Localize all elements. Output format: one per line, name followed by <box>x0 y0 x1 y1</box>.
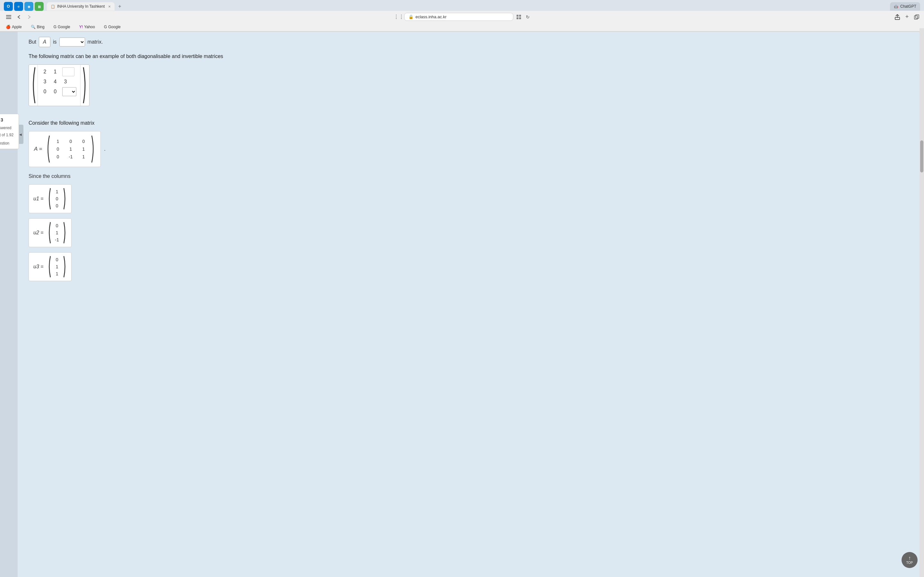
u2-grid: 0 1 -1 <box>54 223 60 242</box>
u3-row: u3 = 0 1 1 <box>29 252 359 281</box>
u3-paren-left <box>47 255 51 278</box>
google2-icon: G <box>104 25 107 29</box>
matrix-row-2: 3 4 3 <box>42 79 76 85</box>
svg-rect-9 <box>916 15 919 18</box>
svg-rect-6 <box>519 17 521 19</box>
u3-grid: 0 1 1 <box>54 257 60 276</box>
svg-rect-3 <box>517 15 519 17</box>
u1-label: u1 = <box>33 196 44 201</box>
forward-button[interactable] <box>26 13 33 21</box>
u2-row: u2 = 0 1 -1 <box>29 218 359 247</box>
google1-icon: G <box>53 25 57 29</box>
toolbar: ⋮⋮ 🔒 eclass.inha.ac.kr ↻ + <box>0 11 924 23</box>
cell-2-1: 3 <box>42 79 48 85</box>
matrix-label: matrix. <box>87 39 103 45</box>
question3-sidebar-card: Question 3 Not yet answered Marked out o… <box>0 114 19 149</box>
address-bar[interactable]: 🔒 eclass.inha.ac.kr <box>404 13 513 21</box>
google1-label: Google <box>58 25 70 29</box>
tab-title: INHA University In Tashkent <box>57 4 105 9</box>
u1-paren-left <box>47 187 51 210</box>
cell-2-3: 3 <box>62 79 69 85</box>
cell-1-2: 1 <box>52 69 58 75</box>
bing-icon: 🔍 <box>31 25 36 29</box>
bookmark-google1[interactable]: G Google <box>52 24 72 30</box>
u3-label: u3 = <box>33 264 44 269</box>
but-a-is-row: But A is diagonal invertible matrix. <box>29 37 359 47</box>
share-button[interactable] <box>894 13 901 21</box>
scrollbar-track[interactable] <box>919 28 924 577</box>
matrix-a-symbol: A <box>39 37 50 47</box>
matrix-a-box: A = 1 0 0 0 1 1 0 -1 1 <box>29 131 101 167</box>
pinned-tab-app[interactable]: ◉ <box>24 2 33 11</box>
matrix-left-bracket <box>29 65 38 106</box>
browser-chrome: O e ◉ ▦ 📋 INHA University In Tashkent ✕ … <box>0 0 924 32</box>
apple-label: Apple <box>12 25 22 29</box>
period-after-A: . <box>104 146 105 152</box>
svg-rect-5 <box>517 17 519 19</box>
top-button[interactable]: ↑ TOP <box>901 552 918 568</box>
tab-bar: O e ◉ ▦ 📋 INHA University In Tashkent ✕ … <box>0 0 924 11</box>
address-bar-area: ⋮⋮ 🔒 eclass.inha.ac.kr ↻ <box>35 13 891 21</box>
question-status: Not yet answered <box>0 125 15 131</box>
new-tab-button[interactable]: + <box>116 2 124 11</box>
bing-label: Bing <box>37 25 45 29</box>
question-marks: Marked out of 1.92 <box>0 132 15 138</box>
matrix-right-bracket <box>80 65 89 106</box>
lock-icon: 🔒 <box>409 15 414 19</box>
matrix-type-dropdown[interactable]: diagonal invertible <box>59 37 85 47</box>
pinned-tab-outlook[interactable]: O <box>4 2 13 11</box>
top-label: TOP <box>906 561 913 564</box>
back-button[interactable] <box>15 13 23 21</box>
bookmark-bing[interactable]: 🔍 Bing <box>29 24 47 30</box>
top-arrow-icon: ↑ <box>908 556 911 561</box>
app-grid-icon[interactable]: ⋮⋮ <box>395 13 402 21</box>
u2-paren-left <box>47 221 51 244</box>
bookmark-yahoo[interactable]: Y! Yahoo <box>78 24 97 30</box>
cell-3-2: 0 <box>52 89 58 95</box>
question2-section: But A is diagonal invertible matrix. The… <box>29 32 359 113</box>
matrix-input-container: 2 1 3 4 3 0 0 <box>29 64 89 106</box>
a-equals: A = <box>34 146 42 152</box>
collapse-icon: ◀ <box>19 133 22 136</box>
extensions-icon[interactable] <box>515 13 522 21</box>
u1-grid: 1 0 0 <box>54 189 60 208</box>
flag-question-btn[interactable]: ⚑ Flag question <box>0 141 15 145</box>
paren-right-A <box>91 135 95 163</box>
question3-section: Question 3 Not yet answered Marked out o… <box>29 114 359 293</box>
url-text: eclass.inha.ac.kr <box>415 15 447 19</box>
tab-chatgpt[interactable]: 🤖 ChatGPT <box>890 2 920 11</box>
diagonalisable-description: The following matrix can be an example o… <box>29 53 359 59</box>
yahoo-icon: Y! <box>79 25 83 29</box>
matrix-A-grid: 1 0 0 0 1 1 0 -1 1 <box>53 139 88 159</box>
reload-button[interactable]: ↻ <box>524 13 531 21</box>
svg-rect-0 <box>6 15 11 16</box>
svg-rect-1 <box>6 17 11 17</box>
u1-box: u1 = 1 0 0 <box>29 184 71 213</box>
tab-inha[interactable]: 📋 INHA University In Tashkent ✕ <box>47 2 115 11</box>
u2-paren-right <box>63 221 67 244</box>
consider-text: Consider the following matrix <box>29 120 359 126</box>
bookmark-apple[interactable]: 🍎 Apple <box>4 24 24 30</box>
bookmarks-bar: 🍎 Apple 🔍 Bing G Google Y! Yahoo G Googl… <box>0 23 924 31</box>
cell-3-3-select[interactable]: 1 2 3 <box>62 87 76 96</box>
u1-paren-right <box>63 187 67 210</box>
new-tab-icon[interactable]: + <box>903 13 911 21</box>
pinned-tab-edge[interactable]: e <box>14 2 23 11</box>
tab-close-btn[interactable]: ✕ <box>108 5 111 8</box>
flag-label: Flag question <box>0 141 9 145</box>
question-number: Question 3 <box>0 117 15 122</box>
bookmark-google2[interactable]: G Google <box>102 24 123 30</box>
scrollbar-thumb[interactable] <box>920 140 923 172</box>
since-text: Since the columns <box>29 173 359 179</box>
cell-1-3-input[interactable] <box>62 67 74 76</box>
apple-bm-icon: 🍎 <box>6 25 11 29</box>
sidebar-toggle[interactable] <box>5 13 12 21</box>
cell-2-2: 4 <box>52 79 58 85</box>
svg-rect-4 <box>519 15 521 17</box>
u2-label: u2 = <box>33 230 44 235</box>
tab2-title: ChatGPT <box>900 4 916 9</box>
tabs-view-icon[interactable] <box>913 13 920 21</box>
right-toolbar: + <box>894 13 920 21</box>
pinned-tab-green[interactable]: ▦ <box>35 2 44 11</box>
matrix-a-display: A = 1 0 0 0 1 1 0 -1 1 <box>29 131 359 167</box>
